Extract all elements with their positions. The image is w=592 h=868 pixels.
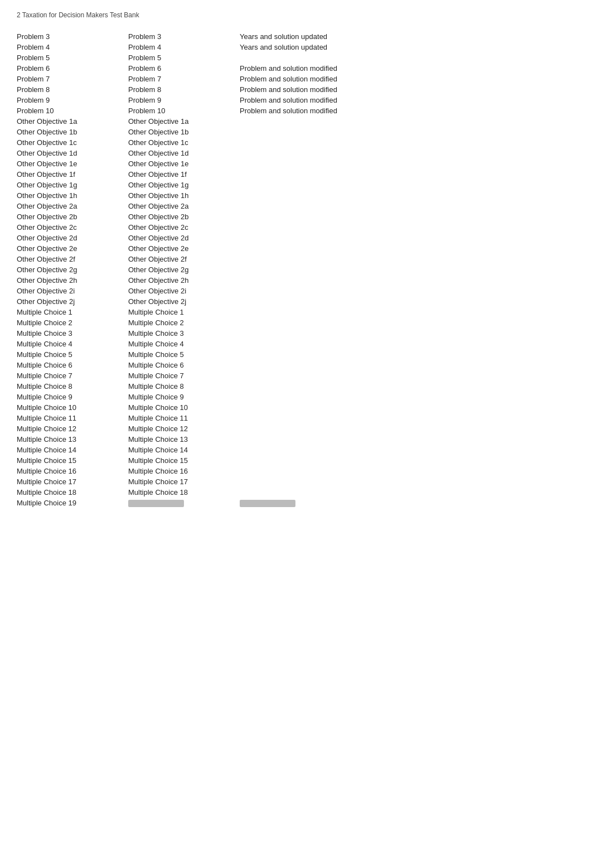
table-row: Other Objective 2iOther Objective 2i: [17, 286, 575, 296]
col1-cell: Problem 9: [17, 96, 128, 104]
col3-cell: [240, 456, 575, 465]
col1-cell: Other Objective 1d: [17, 149, 128, 157]
table-row: Multiple Choice 16Multiple Choice 16: [17, 466, 575, 476]
col2-cell: Other Objective 1a: [128, 117, 240, 126]
table-row: Other Objective 1bOther Objective 1b: [17, 127, 575, 137]
col3-cell: [240, 255, 575, 263]
col2-cell: Multiple Choice 7: [128, 372, 240, 380]
table-row: Other Objective 1dOther Objective 1d: [17, 148, 575, 158]
col3-cell: [240, 446, 575, 454]
table-row: Other Objective 1aOther Objective 1a: [17, 116, 575, 127]
col3-cell: [240, 478, 575, 486]
col1-cell: Multiple Choice 8: [17, 382, 128, 390]
col1-cell: Multiple Choice 19: [17, 499, 128, 507]
col3-cell: Problem and solution modified: [240, 85, 575, 94]
col1-cell: Other Objective 2d: [17, 234, 128, 242]
table-row: Other Objective 1hOther Objective 1h: [17, 190, 575, 201]
col1-cell: Other Objective 2e: [17, 244, 128, 253]
col1-cell: Other Objective 2j: [17, 297, 128, 306]
col2-cell: Multiple Choice 17: [128, 478, 240, 486]
table-row: Multiple Choice 17Multiple Choice 17: [17, 476, 575, 487]
col1-cell: Other Objective 2a: [17, 202, 128, 210]
col1-cell: Multiple Choice 16: [17, 467, 128, 475]
col1-cell: Multiple Choice 12: [17, 425, 128, 433]
col3-cell: [240, 202, 575, 210]
table-row: Other Objective 2cOther Objective 2c: [17, 222, 575, 233]
col3-cell: [240, 181, 575, 189]
col1-cell: Multiple Choice 2: [17, 319, 128, 327]
col1-cell: Multiple Choice 7: [17, 372, 128, 380]
col3-cell: Problem and solution modified: [240, 64, 575, 73]
col2-cell: Problem 8: [128, 85, 240, 94]
table-row: Multiple Choice 12Multiple Choice 12: [17, 423, 575, 434]
col1-cell: Other Objective 1f: [17, 170, 128, 179]
col1-cell: Multiple Choice 17: [17, 478, 128, 486]
col3-cell: [240, 372, 575, 380]
table-row: Other Objective 2fOther Objective 2f: [17, 254, 575, 264]
col1-cell: Multiple Choice 4: [17, 340, 128, 348]
table-row: Multiple Choice 19: [17, 498, 575, 508]
table-row: Multiple Choice 18Multiple Choice 18: [17, 487, 575, 498]
col1-cell: Multiple Choice 3: [17, 329, 128, 337]
table-row: Other Objective 1gOther Objective 1g: [17, 180, 575, 190]
col2-cell: Multiple Choice 8: [128, 382, 240, 390]
col1-cell: Other Objective 1g: [17, 181, 128, 189]
col2-cell: Other Objective 2b: [128, 213, 240, 221]
col3-cell: [240, 382, 575, 390]
col3-cell: Problem and solution modified: [240, 107, 575, 115]
col2-cell: Other Objective 2i: [128, 287, 240, 295]
col1-cell: Problem 5: [17, 54, 128, 62]
col3-cell: [240, 276, 575, 284]
col1-cell: Problem 4: [17, 43, 128, 51]
table-row: Problem 10Problem 10Problem and solution…: [17, 105, 575, 116]
col1-cell: Problem 10: [17, 107, 128, 115]
col2-cell: Other Objective 1f: [128, 170, 240, 179]
col3-cell: [240, 414, 575, 422]
col2-cell: Problem 7: [128, 75, 240, 83]
main-table: Problem 3Problem 3Years and solution upd…: [17, 31, 575, 508]
table-row: Multiple Choice 10Multiple Choice 10: [17, 402, 575, 413]
col3-cell: [240, 488, 575, 496]
col2-cell: Other Objective 2h: [128, 276, 240, 284]
col3-cell: [240, 393, 575, 401]
col2-cell: Other Objective 1g: [128, 181, 240, 189]
col3-cell: Years and solution updated: [240, 43, 575, 51]
col3-cell: [240, 425, 575, 433]
col1-cell: Other Objective 2b: [17, 213, 128, 221]
table-row: Multiple Choice 6Multiple Choice 6: [17, 360, 575, 370]
table-row: Other Objective 2aOther Objective 2a: [17, 201, 575, 211]
col2-cell: Multiple Choice 4: [128, 340, 240, 348]
table-row: Multiple Choice 13Multiple Choice 13: [17, 434, 575, 445]
col1-cell: Problem 3: [17, 32, 128, 41]
table-row: Problem 7Problem 7Problem and solution m…: [17, 74, 575, 84]
col1-cell: Other Objective 2c: [17, 223, 128, 232]
table-row: Other Objective 2bOther Objective 2b: [17, 211, 575, 222]
col3-cell: [240, 297, 575, 306]
col2-cell: Other Objective 2a: [128, 202, 240, 210]
table-row: Other Objective 1fOther Objective 1f: [17, 169, 575, 180]
col1-cell: Other Objective 2i: [17, 287, 128, 295]
col2-cell: Other Objective 1h: [128, 191, 240, 200]
col2-cell: [128, 499, 240, 507]
table-row: Multiple Choice 15Multiple Choice 15: [17, 455, 575, 466]
table-row: Problem 6Problem 6Problem and solution m…: [17, 63, 575, 74]
col3-cell: [240, 54, 575, 62]
col2-cell: Other Objective 2j: [128, 297, 240, 306]
table-row: Other Objective 2dOther Objective 2d: [17, 233, 575, 243]
table-row: Problem 8Problem 8Problem and solution m…: [17, 84, 575, 95]
table-row: Multiple Choice 9Multiple Choice 9: [17, 392, 575, 402]
col1-cell: Other Objective 2h: [17, 276, 128, 284]
col2-cell: Multiple Choice 6: [128, 361, 240, 369]
table-row: Problem 5Problem 5: [17, 52, 575, 63]
table-row: Multiple Choice 14Multiple Choice 14: [17, 445, 575, 455]
col1-cell: Multiple Choice 13: [17, 435, 128, 443]
col2-cell: Multiple Choice 15: [128, 456, 240, 465]
col1-cell: Multiple Choice 6: [17, 361, 128, 369]
table-row: Multiple Choice 3Multiple Choice 3: [17, 328, 575, 339]
table-row: Multiple Choice 7Multiple Choice 7: [17, 370, 575, 381]
col1-cell: Multiple Choice 10: [17, 403, 128, 412]
col2-cell: Problem 6: [128, 64, 240, 73]
col2-cell: Other Objective 1d: [128, 149, 240, 157]
col1-cell: Other Objective 1b: [17, 128, 128, 136]
col1-cell: Problem 6: [17, 64, 128, 73]
